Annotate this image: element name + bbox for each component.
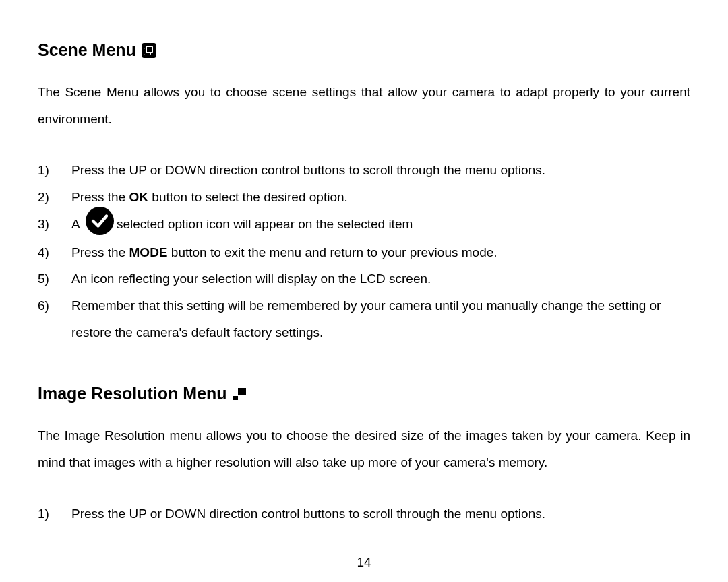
image-resolution-heading-text: Image Resolution Menu xyxy=(38,384,227,403)
resolution-step-1: Press the UP or DOWN direction control b… xyxy=(38,500,690,527)
ok-label: OK xyxy=(129,190,149,204)
step-text: An icon reflecting your selection will d… xyxy=(71,271,431,286)
step-text-suffix: button to select the desired option. xyxy=(148,190,348,204)
step-text-suffix: selected option icon will appear on the … xyxy=(117,217,413,231)
scene-menu-heading: Scene Menu xyxy=(38,40,690,60)
step-text: Remember that this setting will be remem… xyxy=(71,298,661,340)
mode-label: MODE xyxy=(129,245,168,259)
step-text-suffix: button to exit the menu and return to yo… xyxy=(168,245,497,259)
scene-step-1: Press the UP or DOWN direction control b… xyxy=(38,157,690,184)
scene-menu-heading-text: Scene Menu xyxy=(38,40,136,60)
scene-step-4: Press the MODE button to exit the menu a… xyxy=(38,239,690,266)
step-text-prefix: A xyxy=(71,217,83,231)
scene-menu-steps: Press the UP or DOWN direction control b… xyxy=(38,157,690,346)
step-text: Press the UP or DOWN direction control b… xyxy=(71,163,545,177)
resolution-icon xyxy=(233,388,246,400)
scene-step-2: Press the OK button to select the desire… xyxy=(38,184,690,211)
scene-icon xyxy=(142,43,156,58)
checkmark-icon xyxy=(86,207,114,235)
page-number: 14 xyxy=(0,555,728,570)
image-resolution-intro: The Image Resolution menu allows you to … xyxy=(38,422,690,476)
step-text: Press the UP or DOWN direction control b… xyxy=(71,507,545,521)
step-text-prefix: Press the xyxy=(71,190,129,204)
scene-step-6: Remember that this setting will be remem… xyxy=(38,292,690,346)
scene-menu-intro: The Scene Menu allows you to choose scen… xyxy=(38,79,690,133)
scene-step-5: An icon reflecting your selection will d… xyxy=(38,265,690,292)
image-resolution-heading: Image Resolution Menu xyxy=(38,384,690,403)
image-resolution-steps: Press the UP or DOWN direction control b… xyxy=(38,500,690,527)
scene-step-3: A selected option icon will appear on th… xyxy=(38,211,690,239)
step-text-prefix: Press the xyxy=(71,245,129,259)
